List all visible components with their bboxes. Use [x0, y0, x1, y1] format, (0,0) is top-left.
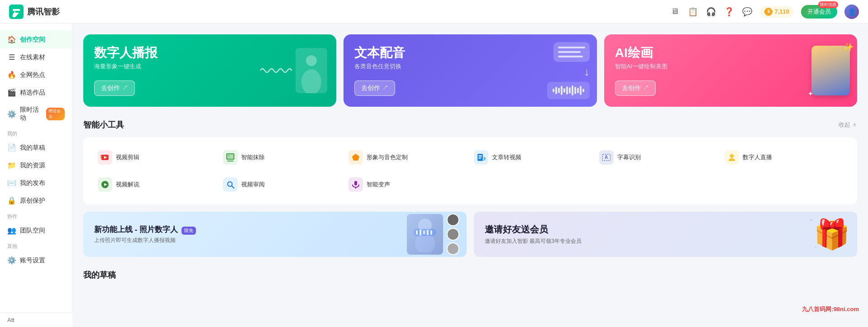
sidebar-item-settings[interactable]: ⚙️ 账号设置 — [0, 251, 72, 269]
home-icon: 🏠 — [7, 35, 16, 44]
svg-rect-33 — [430, 230, 432, 235]
svg-point-2 — [306, 55, 317, 66]
banner-text-audio[interactable]: 文本配音 各类音色任意切换 去创作 ↗ ↓ — [343, 34, 596, 107]
banner-text-audio-deco: ↓ — [547, 42, 590, 99]
avatar-thumb-2 — [447, 228, 459, 241]
smart-voice-icon — [348, 177, 363, 192]
sidebar-item-resources-label: 我的资源 — [20, 161, 45, 170]
svg-point-19 — [730, 154, 734, 158]
headphone-icon[interactable]: 🎧 — [706, 6, 716, 17]
sidebar-item-activities[interactable]: ⚙️ 限时活动 赠送会员 — [0, 101, 72, 127]
promo-invite[interactable]: 邀请好友送会员 邀请好友加入智影 最高可领3年专业会员 🎁 • • — [474, 212, 857, 257]
logo-text: 腾讯智影 — [27, 6, 60, 17]
svg-line-23 — [232, 186, 234, 188]
tool-article-video[interactable]: 文 文章转视频 — [470, 145, 596, 170]
svg-line-6 — [100, 155, 101, 156]
tool-video-review[interactable]: 视频审阅 — [219, 172, 345, 197]
tool-digital-live[interactable]: 数字人直播 — [721, 145, 846, 170]
sidebar-item-activities-label: 限时活动 — [20, 106, 42, 122]
bottom-hint: Att — [0, 313, 72, 327]
tool-smart-voice[interactable]: 智能变声 — [345, 172, 470, 197]
sidebar-item-trending[interactable]: 🔥 全网热点 — [0, 66, 72, 84]
sidebar-item-team-label: 团队空间 — [20, 227, 45, 235]
draft-icon: 📄 — [7, 143, 16, 152]
help-icon[interactable]: ❓ — [724, 6, 734, 17]
sidebar-item-protection-label: 原创保护 — [20, 197, 45, 205]
banner-digital-human-btn[interactable]: 去创作 ↗ — [94, 81, 135, 96]
person-silhouette — [298, 52, 325, 93]
tools-grid: 视频剪辑 智能抹除 形象与音色定制 文 — [83, 137, 857, 204]
svg-rect-31 — [423, 231, 425, 234]
vip-button[interactable]: 开通会员 限时优惠 — [801, 5, 837, 19]
banners: 数字人播报 海量形象一键生成 去创作 ↗ — [83, 34, 857, 107]
sidebar-item-workspace[interactable]: 🏠 创作空间 — [0, 31, 72, 48]
tool-smart-erase[interactable]: 智能抹除 — [219, 145, 345, 170]
publish-icon: ✉️ — [7, 179, 16, 187]
video-edit-icon — [98, 150, 112, 165]
svg-rect-32 — [427, 230, 429, 235]
sidebar-item-publish-label: 我的发布 — [20, 179, 45, 187]
sidebar-item-featured-label: 精选作品 — [20, 89, 45, 97]
svg-rect-9 — [227, 154, 234, 159]
sidebar-item-publish[interactable]: ✉️ 我的发布 — [0, 174, 72, 192]
avatar[interactable]: 👤 — [844, 5, 859, 19]
sidebar-item-featured[interactable]: 🎬 精选作品 — [0, 84, 72, 101]
coin-amount: 7,110 — [774, 8, 789, 15]
tool-article-video-label: 文章转视频 — [492, 153, 521, 161]
main-content: 数字人播报 海量形象一键生成 去创作 ↗ — [72, 24, 868, 327]
other-section-label: 其他 — [0, 239, 72, 251]
tool-video-explain[interactable]: 视频解说 — [94, 172, 219, 197]
sidebar-item-materials[interactable]: ☰ 在线素材 — [0, 48, 72, 66]
message-icon[interactable]: 💬 — [742, 6, 753, 17]
promo-photo-digital[interactable]: 新功能上线 - 照片数字人 限免 上传照片即可生成数字人播报视频 — [83, 212, 467, 257]
svg-point-3 — [301, 69, 321, 93]
draft-title: 我的草稿 — [83, 270, 857, 280]
tool-avatar-voice[interactable]: 形象与音色定制 — [345, 145, 470, 170]
banner-ai-draw-deco: ✨ ✦ — [811, 46, 850, 95]
banner-digital-human[interactable]: 数字人播报 海量形象一键生成 去创作 ↗ — [83, 34, 336, 107]
banner-ai-draw[interactable]: AI绘画 智能AI一键绘制美图 去创作 ↗ ✨ ✦ — [604, 34, 857, 107]
promo-invite-subtitle: 邀请好友加入智影 最高可领3年专业会员 — [485, 237, 582, 245]
clipboard-icon[interactable]: 📋 — [687, 6, 698, 17]
tool-video-edit[interactable]: 视频剪辑 — [94, 145, 219, 170]
person-face-deco — [407, 214, 443, 255]
svg-rect-29 — [416, 230, 418, 235]
video-icon: 🎬 — [7, 88, 16, 97]
settings-icon: ⚙️ — [7, 256, 16, 265]
tool-subtitle[interactable]: A 字幕识别 — [596, 145, 721, 170]
collapse-button[interactable]: 收起 ∧ — [839, 121, 857, 129]
vip-button-label: 开通会员 — [807, 8, 831, 15]
banner-ai-draw-btn[interactable]: 去创作 ↗ — [615, 81, 656, 96]
tools-section-title: 智能小工具 — [83, 119, 124, 130]
article-video-icon: 文 — [474, 150, 488, 165]
materials-icon: ☰ — [7, 53, 16, 62]
monitor-icon[interactable]: 🖥 — [669, 6, 680, 17]
svg-rect-24 — [354, 181, 357, 185]
ai-image-deco — [811, 46, 850, 95]
coin-badge[interactable]: ¥ 7,110 — [760, 6, 794, 18]
coin-icon: ¥ — [764, 8, 773, 16]
logo[interactable]: 腾讯智影 — [9, 5, 60, 19]
banner-digital-human-deco — [260, 48, 327, 93]
arrow-down-icon: ↓ — [584, 66, 590, 78]
tool-digital-live-label: 数字人直播 — [743, 153, 772, 161]
svg-rect-0 — [9, 5, 24, 19]
banner-text-audio-btn[interactable]: 去创作 ↗ — [354, 81, 395, 96]
tool-smart-voice-label: 智能变声 — [367, 180, 390, 189]
sidebar-item-resources[interactable]: 📁 我的资源 — [0, 156, 72, 174]
folder-icon: 📁 — [7, 161, 16, 170]
sidebar-item-drafts[interactable]: 📄 我的草稿 — [0, 139, 72, 156]
list-deco — [553, 42, 590, 62]
waveform-deco — [547, 82, 590, 99]
promo-invite-deco: 🎁 — [814, 220, 850, 249]
sidebar-item-settings-label: 账号设置 — [20, 256, 45, 265]
avatar-thumb-3 — [447, 242, 459, 255]
sidebar-item-protection[interactable]: 🔒 原创保护 — [0, 192, 72, 209]
draft-section: 我的草稿 — [83, 270, 857, 280]
collab-section-label: 协作 — [0, 209, 72, 222]
logo-icon — [9, 5, 24, 19]
dot-deco-2: • — [815, 245, 816, 250]
promo-invite-content: 邀请好友送会员 邀请好友加入智影 最高可领3年专业会员 — [485, 223, 582, 245]
sidebar-item-team[interactable]: 👥 团队空间 — [0, 222, 72, 239]
collapse-label: 收起 ∧ — [839, 121, 857, 129]
